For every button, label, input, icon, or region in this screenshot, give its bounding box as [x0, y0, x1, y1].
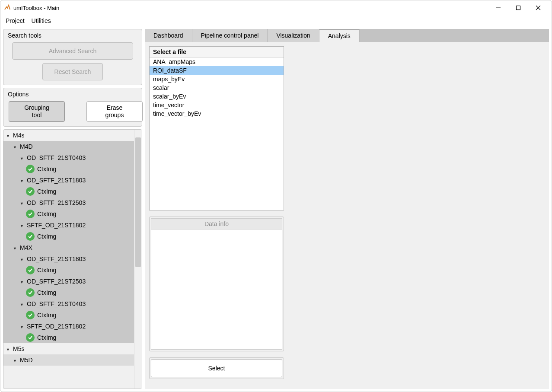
tree-node[interactable]: OD_SFTF_21ST0403 — [3, 298, 134, 309]
file-item[interactable]: scalar — [150, 83, 284, 92]
tree-panel: M4s M4D OD_SFTF_21ST0403 CtxImg OD_SFTF_… — [3, 129, 142, 389]
chevron-down-icon — [20, 155, 25, 160]
data-info-body — [151, 229, 282, 350]
subject-tree[interactable]: M4s M4D OD_SFTF_21ST0403 CtxImg OD_SFTF_… — [3, 130, 134, 366]
file-item[interactable]: scalar_byEv — [150, 92, 284, 101]
search-tools-panel: Search tools Advanced Search Reset Searc… — [3, 29, 142, 85]
check-icon — [26, 288, 35, 297]
tree-leaf-ctximg[interactable]: CtxImg — [3, 163, 134, 175]
data-info-panel: Data info — [149, 217, 284, 351]
file-list[interactable]: ANA_ampMapsROI_dataSFmaps_byEvscalarscal… — [150, 57, 284, 210]
tree-leaf-ctximg[interactable]: CtxImg — [3, 265, 134, 276]
tree-node-m4s[interactable]: M4s — [3, 130, 134, 141]
svg-rect-1 — [517, 6, 520, 10]
check-icon — [26, 333, 35, 342]
tab-dashboard[interactable]: Dashboard — [145, 29, 192, 42]
file-select-box: Select a file ANA_ampMapsROI_dataSFmaps_… — [149, 46, 284, 210]
tree-node-m5d[interactable]: M5D — [3, 354, 134, 366]
chevron-down-icon — [13, 144, 18, 149]
tree-scroll[interactable]: M4s M4D OD_SFTF_21ST0403 CtxImg OD_SFTF_… — [3, 130, 134, 389]
check-icon — [26, 165, 35, 173]
analysis-left-column: Select a file ANA_ampMapsROI_dataSFmaps_… — [149, 46, 284, 385]
erase-groups-button[interactable]: Erase groups — [86, 101, 143, 122]
select-button-panel: Select — [149, 357, 284, 379]
tree-leaf-ctximg[interactable]: CtxImg — [3, 208, 134, 220]
analysis-tab-content: Select a file ANA_ampMapsROI_dataSFmaps_… — [145, 42, 549, 389]
window-title: umIToolbox - Main — [13, 5, 59, 11]
file-item[interactable]: time_vector_byEv — [150, 109, 284, 118]
close-button[interactable] — [528, 1, 548, 14]
check-icon — [26, 210, 35, 218]
titlebar: umIToolbox - Main — [0, 0, 552, 15]
maximize-button[interactable] — [508, 1, 528, 14]
chevron-down-icon — [20, 324, 25, 329]
chevron-down-icon — [13, 245, 18, 250]
grouping-tool-button[interactable]: Grouping tool — [9, 101, 65, 122]
matlab-icon — [4, 4, 11, 11]
data-info-header: Data info — [151, 218, 282, 229]
tree-scrollbar[interactable] — [134, 130, 142, 389]
chevron-down-icon — [6, 346, 11, 351]
tree-node-m4x[interactable]: M4X — [3, 242, 134, 253]
chevron-down-icon — [20, 256, 25, 261]
left-column: Search tools Advanced Search Reset Searc… — [3, 29, 142, 389]
file-item[interactable]: time_vector — [150, 101, 284, 109]
search-tools-title: Search tools — [3, 29, 142, 40]
tree-leaf-ctximg[interactable]: CtxImg — [3, 332, 134, 343]
file-item[interactable]: ROI_dataSF — [150, 66, 284, 75]
chevron-down-icon — [20, 301, 25, 306]
tree-node[interactable]: OD_SFTF_21ST2503 — [3, 276, 134, 287]
menubar: Project Utilities — [0, 15, 552, 26]
chevron-down-icon — [20, 200, 25, 205]
tab-analysis[interactable]: Analysis — [319, 29, 360, 42]
check-icon — [26, 266, 35, 274]
tab-visualization[interactable]: Visualization — [268, 29, 319, 42]
tree-leaf-ctximg[interactable]: CtxImg — [3, 231, 134, 242]
chevron-down-icon — [20, 178, 25, 183]
chevron-down-icon — [20, 223, 25, 228]
tree-node-m5s[interactable]: M5s — [3, 343, 134, 354]
file-select-header: Select a file — [150, 47, 284, 57]
tree-node[interactable]: OD_SFTF_21ST1803 — [3, 253, 134, 265]
tab-bar: Dashboard Pipeline control panel Visuali… — [145, 29, 549, 42]
reset-search-button[interactable]: Reset Search — [42, 63, 103, 80]
tree-leaf-ctximg[interactable]: CtxImg — [3, 287, 134, 298]
menu-utilities[interactable]: Utilities — [30, 16, 53, 25]
tree-node[interactable]: OD_SFTF_21ST1803 — [3, 175, 134, 186]
advanced-search-button[interactable]: Advanced Search — [12, 42, 133, 60]
tree-node-m4d[interactable]: M4D — [3, 141, 134, 152]
tree-node[interactable]: SFTF_OD_21ST1802 — [3, 321, 134, 332]
check-icon — [26, 187, 35, 196]
check-icon — [26, 311, 35, 319]
tree-node[interactable]: SFTF_OD_21ST1802 — [3, 220, 134, 231]
chevron-down-icon — [13, 357, 18, 363]
options-title: Options — [3, 88, 142, 99]
tab-pipeline[interactable]: Pipeline control panel — [192, 29, 268, 42]
tree-node[interactable]: OD_SFTF_21ST2503 — [3, 197, 134, 208]
options-panel: Options Grouping tool Erase groups — [3, 88, 142, 127]
right-column: Dashboard Pipeline control panel Visuali… — [145, 29, 549, 389]
menu-project[interactable]: Project — [4, 16, 26, 25]
scrollbar-thumb[interactable] — [135, 137, 141, 267]
tree-leaf-ctximg[interactable]: CtxImg — [3, 309, 134, 321]
minimize-button[interactable] — [488, 1, 508, 14]
file-item[interactable]: maps_byEv — [150, 75, 284, 83]
tree-node[interactable]: OD_SFTF_21ST0403 — [3, 152, 134, 163]
main-area: Search tools Advanced Search Reset Searc… — [0, 26, 552, 392]
file-item[interactable]: ANA_ampMaps — [150, 57, 284, 66]
tree-leaf-ctximg[interactable]: CtxImg — [3, 186, 134, 197]
chevron-down-icon — [6, 133, 11, 138]
chevron-down-icon — [20, 279, 25, 284]
select-button[interactable]: Select — [151, 359, 282, 377]
check-icon — [26, 232, 35, 241]
